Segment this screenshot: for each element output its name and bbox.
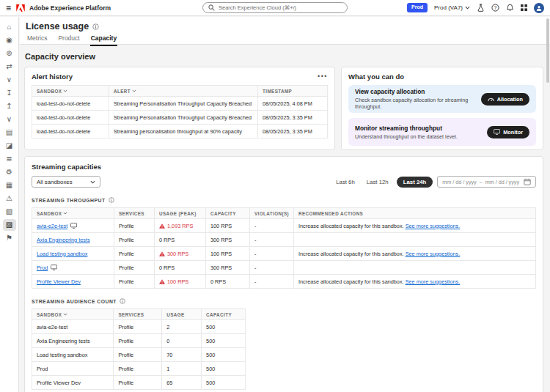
table-row: Profile Viewer Dev Profile 65 500 <box>32 376 246 390</box>
monitor-icon <box>51 265 57 270</box>
column-header-recommended-actions: Recommended actions <box>294 208 536 219</box>
alert-message-cell: Streaming Personalisation Throughput Cap… <box>109 111 258 125</box>
time-filter-button[interactable]: Last 12h <box>363 177 392 188</box>
column-header-capacity: Capacity <box>206 208 250 219</box>
sidebar-item[interactable]: ⌂ <box>3 21 16 33</box>
adobe-logo <box>16 4 25 12</box>
sandbox-switcher[interactable]: Prod (VA7) <box>434 4 470 11</box>
table-row[interactable]: load-test-do-not-delete Streaming person… <box>32 125 328 138</box>
table-row[interactable]: load-test-do-not-delete Streaming Person… <box>32 97 328 111</box>
alerts-icon: ⚠ <box>6 195 12 202</box>
sandbox-link[interactable]: Profile Viewer Dev <box>37 278 81 285</box>
page-title: License usage <box>26 21 89 32</box>
see-more-suggestions-link[interactable]: See more suggestions. <box>406 223 461 229</box>
see-more-suggestions-link[interactable]: See more suggestions. <box>406 278 461 285</box>
time-filter-button[interactable]: Last 6h <box>332 177 359 188</box>
column-header-timestamp[interactable]: Timestamp <box>258 86 328 97</box>
table-row[interactable]: load-test-do-not-delete Streaming Person… <box>32 111 328 125</box>
sandbox-link[interactable]: Prod <box>37 265 48 271</box>
capacity-cell: 100 RPS <box>206 219 250 233</box>
beaker-icon[interactable] <box>477 4 485 12</box>
recommended-actions-cell <box>294 261 536 275</box>
column-header-sandbox[interactable]: Sandbox <box>32 309 114 320</box>
info-icon[interactable] <box>92 23 99 30</box>
bell-icon[interactable] <box>506 4 514 12</box>
home-icon: ⌂ <box>7 23 11 31</box>
services-cell: Profile <box>114 247 155 261</box>
violations-cell: - <box>250 261 294 275</box>
sidebar-item[interactable]: ▨ <box>3 219 16 231</box>
what-you-can-do-panel: What you can do View capacity allocation… <box>341 67 543 150</box>
sidebar-item[interactable]: ▦ <box>3 180 16 191</box>
sidebar-item[interactable]: ∨ <box>3 114 16 125</box>
sidebar-item[interactable]: ⇄ <box>3 61 16 73</box>
help-icon[interactable]: ? <box>491 4 499 12</box>
violations-cell: - <box>250 233 294 247</box>
sidebar-item[interactable]: ▧ <box>3 206 16 218</box>
alert-message-cell: Streaming personalisation throughput at … <box>109 125 258 138</box>
warning-icon <box>159 279 165 284</box>
sidebar-item[interactable]: ↧ <box>3 87 16 99</box>
configure-icon: ⚙ <box>6 169 12 176</box>
see-more-suggestions-link[interactable]: See more suggestions. <box>406 251 461 257</box>
licenses-icon: ▨ <box>6 221 12 229</box>
sidebar-item[interactable]: ∨ <box>3 74 16 86</box>
usage-cell: 300 RPS <box>155 247 206 261</box>
sandbox-cell: avia-e2e-test <box>32 320 114 334</box>
usage-cell: 2 <box>162 320 202 334</box>
profiles-icon: ◉ <box>6 37 12 44</box>
capacity-cell: 500 <box>202 334 246 348</box>
sidebar-item[interactable]: ◪ <box>3 140 16 152</box>
search-placeholder: Search Experience Cloud (⌘+/) <box>219 4 296 11</box>
info-icon[interactable] <box>109 197 114 203</box>
column-header-sandbox[interactable]: Sandbox <box>32 86 109 97</box>
violations-cell: - <box>250 219 294 233</box>
sources-icon: ↧ <box>6 89 12 97</box>
avatar[interactable] <box>534 3 544 13</box>
column-header-alert[interactable]: Alert <box>109 86 258 97</box>
tab[interactable]: Metrics <box>26 34 48 46</box>
time-filter-button[interactable]: Last 24h <box>397 177 433 188</box>
date-end-placeholder: mm / dd / yyyy <box>485 179 519 185</box>
sandbox-link[interactable]: Load testing sandbox <box>37 251 87 257</box>
sidebar-item[interactable]: ⊚ <box>3 48 16 59</box>
card-description: Understand throughput on the dataset lev… <box>355 133 458 140</box>
throughput-section-title: Streaming throughput <box>32 198 106 203</box>
services-cell: Profile <box>114 376 162 390</box>
sidebar-item[interactable]: ↥ <box>3 100 16 112</box>
sandbox-link[interactable]: Axia Engineering tests <box>37 237 90 243</box>
schemas-icon: ▦ <box>6 182 12 189</box>
table-row: Profile Viewer Dev Profile 100 RPS 0 RPS… <box>32 275 536 289</box>
sandbox-filter-dropdown[interactable]: All sandboxes <box>32 176 100 188</box>
destinations-icon: ↥ <box>6 103 12 110</box>
sidebar-item[interactable]: ⚙ <box>3 166 16 178</box>
allocation-button[interactable]: Allocation <box>481 93 529 106</box>
sidebar-item[interactable]: ⚑ <box>3 232 16 244</box>
sidebar-item[interactable]: ⚠ <box>3 193 16 204</box>
column-header-sandbox[interactable]: Sandbox <box>32 208 114 219</box>
sort-chevron-icon <box>63 88 67 93</box>
search-input[interactable]: Search Experience Cloud (⌘+/) <box>202 2 348 13</box>
monitoring-icon: ◪ <box>6 142 12 149</box>
sidebar-item[interactable]: ≣ <box>3 153 16 165</box>
alert-message-cell: Streaming Personalisation Throughput Cap… <box>109 97 258 111</box>
monitor-button[interactable]: Monitor <box>487 126 529 138</box>
queries-icon: ≣ <box>6 155 12 163</box>
scrollbar-thumb[interactable] <box>546 18 549 83</box>
sidebar-item[interactable]: ◉ <box>3 34 16 46</box>
tab[interactable]: Capacity <box>90 34 117 46</box>
sandbox-link[interactable]: avia-e2e-test <box>37 223 67 229</box>
info-icon[interactable] <box>120 298 125 304</box>
more-actions-button[interactable]: ••• <box>318 75 328 78</box>
streaming-capacities-panel: Streaming capacities All sandboxes Last … <box>24 156 543 392</box>
calendar-icon[interactable] <box>524 178 531 185</box>
tab[interactable]: Product <box>57 34 80 46</box>
table-row: Axia Engineering tests Profile 0 500 <box>32 334 246 348</box>
recommended-actions-cell: Increase allocated capacity for this san… <box>294 247 536 261</box>
sidebar-item[interactable]: ▤ <box>3 127 16 138</box>
date-range-input[interactable]: mm / dd / yyyy – mm / dd / yyyy <box>437 176 536 188</box>
apps-grid-icon[interactable] <box>521 4 527 11</box>
violations-cell: - <box>250 247 294 261</box>
menu-icon[interactable]: ≡ <box>6 4 11 12</box>
capacity-cell: 300 RPS <box>206 261 250 275</box>
